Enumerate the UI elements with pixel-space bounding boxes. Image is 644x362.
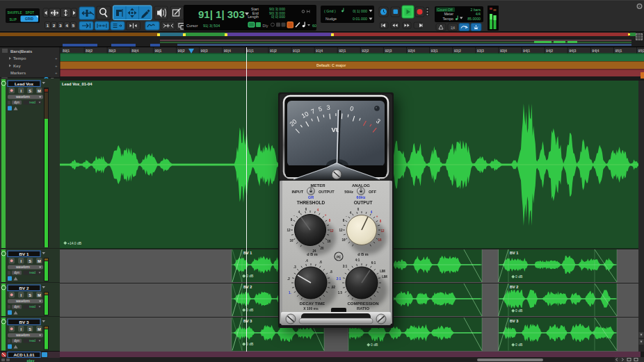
svg-text:waveform: waveform <box>16 95 30 99</box>
svg-text:M: M <box>38 89 41 93</box>
svg-text:read: read <box>29 305 36 308</box>
svg-text:read: read <box>29 271 36 274</box>
svg-text:1.: 1. <box>289 291 291 295</box>
svg-text:0 dB: 0 dB <box>246 342 254 346</box>
svg-text:LIM: LIM <box>380 270 385 273</box>
svg-text:BV 2: BV 2 <box>19 286 29 290</box>
svg-text:OUTPUT: OUTPUT <box>319 190 335 194</box>
svg-text:BV 3: BV 3 <box>19 320 29 324</box>
svg-text:3:1: 3:1 <box>343 265 348 268</box>
svg-text:.2: .2 <box>287 277 290 281</box>
svg-text:0 dB: 0 dB <box>515 274 523 279</box>
svg-text:S: S <box>29 89 31 93</box>
svg-text:0 dB: 0 dB <box>515 343 523 347</box>
svg-text:BV 2: BV 2 <box>243 285 252 289</box>
svg-text:0 dB: 0 dB <box>515 308 523 313</box>
svg-text:BV 3: BV 3 <box>243 319 252 323</box>
svg-text:.3: .3 <box>293 265 296 269</box>
svg-text:0 dB: 0 dB <box>371 343 378 347</box>
svg-text:60Hz: 60Hz <box>357 195 366 199</box>
svg-text:M: M <box>38 259 41 263</box>
svg-text:M: M <box>38 293 41 297</box>
svg-text:16: 16 <box>341 238 346 242</box>
svg-text:6:1: 6:1 <box>371 261 376 265</box>
svg-text:1.5: 1.5 <box>338 291 343 295</box>
svg-text:S: S <box>29 259 31 263</box>
svg-text:GR: GR <box>308 195 314 199</box>
svg-text:OUTPUT: OUTPUT <box>354 200 373 205</box>
svg-text:dyn: dyn <box>14 339 19 343</box>
svg-text:COMPRESSION: COMPRESSION <box>347 302 378 306</box>
svg-text:0 dB: 0 dB <box>246 308 254 312</box>
svg-text:read: read <box>29 101 36 104</box>
svg-text:dyn: dyn <box>14 101 19 104</box>
svg-text:+14.0 dB: +14.0 dB <box>67 241 82 245</box>
svg-text:RATIO: RATIO <box>357 306 370 311</box>
svg-text:.6: .6 <box>319 261 322 264</box>
svg-text:BV 2: BV 2 <box>510 285 518 289</box>
svg-text:4:1: 4:1 <box>355 258 360 262</box>
svg-text:dyn: dyn <box>14 271 19 274</box>
svg-text:Lead Vox: Lead Vox <box>15 81 34 86</box>
svg-text:16: 16 <box>289 239 293 242</box>
svg-text:INPUT: INPUT <box>292 190 304 194</box>
svg-text:METER: METER <box>311 183 326 188</box>
svg-text:50Hz: 50Hz <box>344 190 353 194</box>
svg-text:+: + <box>376 215 378 218</box>
svg-text:12: 12 <box>339 229 343 232</box>
svg-text:0 dB: 0 dB <box>246 274 254 278</box>
svg-text:BV 3: BV 3 <box>510 319 518 323</box>
svg-text:waveform: waveform <box>16 334 30 337</box>
svg-text:S: S <box>29 327 31 331</box>
svg-text:X 100 ms: X 100 ms <box>303 306 319 311</box>
svg-text:d B m: d B m <box>307 252 317 256</box>
svg-text:BV 1: BV 1 <box>243 251 252 255</box>
svg-text:waveform: waveform <box>16 265 30 269</box>
svg-text:PE: PE <box>337 255 341 259</box>
svg-text:BV 1: BV 1 <box>19 252 29 256</box>
svg-text:12: 12 <box>287 229 291 232</box>
svg-text:play: play <box>26 359 35 362</box>
svg-text:dyn: dyn <box>14 305 19 308</box>
svg-text:S: S <box>29 293 31 297</box>
svg-text:2:1: 2:1 <box>337 277 341 281</box>
svg-text:LIM: LIM <box>382 275 387 279</box>
svg-text:d B m: d B m <box>357 252 368 256</box>
svg-text:M: M <box>38 327 41 331</box>
svg-text:+: + <box>325 213 327 217</box>
svg-text:THRESHOLD: THRESHOLD <box>297 200 325 205</box>
svg-text:DECAY TIME: DECAY TIME <box>300 302 325 306</box>
svg-text:Lead Vox_01-04: Lead Vox_01-04 <box>62 82 92 86</box>
svg-text:read: read <box>29 339 36 343</box>
svg-text:BV 1: BV 1 <box>510 251 518 255</box>
svg-text:ACD L1.01: ACD L1.01 <box>13 353 35 357</box>
svg-text:OFF: OFF <box>369 190 377 194</box>
svg-text:.4: .4 <box>305 259 308 263</box>
svg-text:.8: .8 <box>330 270 332 274</box>
svg-text:waveform: waveform <box>16 299 30 303</box>
